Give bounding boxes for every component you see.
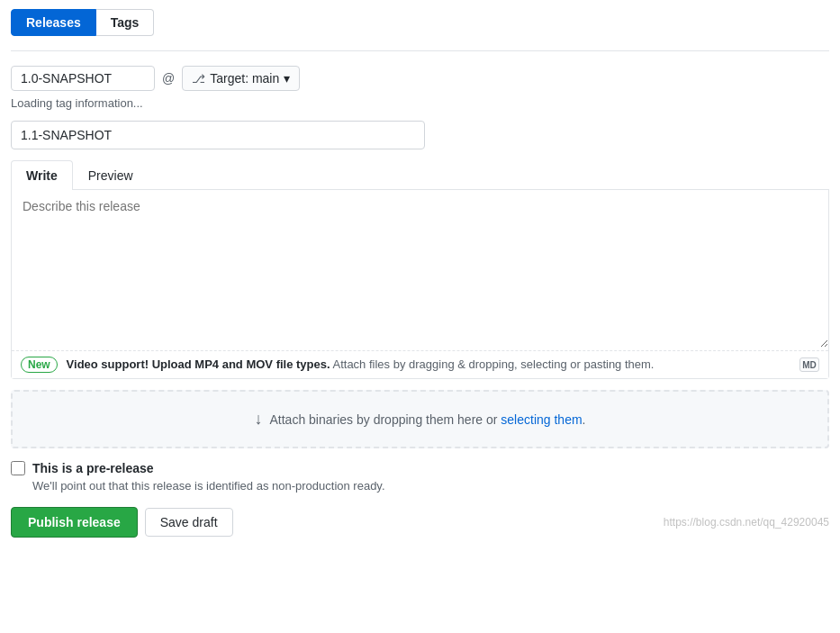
editor-footer-text: Video support! Upload MP4 and MOV file t… (67, 357, 655, 371)
markdown-icon: MD (799, 357, 819, 372)
tags-tab[interactable]: Tags (96, 9, 155, 36)
editor-footer: New Video support! Upload MP4 and MOV fi… (12, 350, 828, 378)
editor-footer-message: New Video support! Upload MP4 and MOV fi… (21, 357, 654, 373)
top-divider (11, 50, 829, 51)
bottom-bar: Publish release Save draft https://blog.… (11, 507, 829, 538)
tag-input[interactable] (11, 66, 155, 91)
releases-tab[interactable]: Releases (11, 9, 96, 36)
prerelease-label[interactable]: This is a pre-release (11, 461, 829, 475)
tag-row: @ ⎇ Target: main ▾ (11, 66, 829, 91)
down-arrow-icon: ↓ (255, 410, 263, 429)
branch-icon: ⎇ (192, 72, 205, 86)
top-tabs-container: Releases Tags (11, 9, 829, 36)
attach-text-before: Attach binaries by dropping them here or (270, 412, 501, 427)
loading-text: Loading tag information... (11, 96, 829, 110)
target-branch-button[interactable]: ⎇ Target: main ▾ (182, 66, 300, 91)
release-title-input[interactable] (11, 121, 425, 149)
editor-tabs: Write Preview (11, 160, 829, 190)
chevron-down-icon: ▾ (284, 71, 290, 86)
attach-binaries-section[interactable]: ↓ Attach binaries by dropping them here … (11, 390, 829, 448)
footer-bold-text: Video support! Upload MP4 and MOV file t… (67, 357, 330, 371)
attach-text-after: . (583, 412, 586, 427)
target-label: Target: main (210, 71, 279, 86)
bottom-buttons: Publish release Save draft (11, 507, 233, 538)
prerelease-label-text: This is a pre-release (32, 461, 154, 475)
save-draft-button[interactable]: Save draft (145, 508, 233, 537)
publish-release-button[interactable]: Publish release (11, 507, 138, 538)
at-symbol: @ (162, 71, 175, 86)
attach-text: Attach binaries by dropping them here or… (270, 412, 586, 427)
preview-tab[interactable]: Preview (73, 160, 149, 190)
new-badge: New (21, 357, 58, 373)
watermark-text: https://blog.csdn.net/qq_42920045 (664, 516, 829, 529)
write-tab[interactable]: Write (11, 160, 73, 190)
prerelease-section: This is a pre-release We'll point out th… (11, 461, 829, 493)
editor-wrapper: New Video support! Upload MP4 and MOV fi… (11, 190, 829, 379)
release-description-textarea[interactable] (12, 190, 828, 348)
prerelease-checkbox[interactable] (11, 461, 25, 475)
selecting-link[interactable]: selecting them (501, 412, 582, 427)
footer-muted-text: Attach files by dragging & dropping, sel… (330, 357, 655, 371)
prerelease-description: We'll point out that this release is ide… (32, 479, 829, 493)
